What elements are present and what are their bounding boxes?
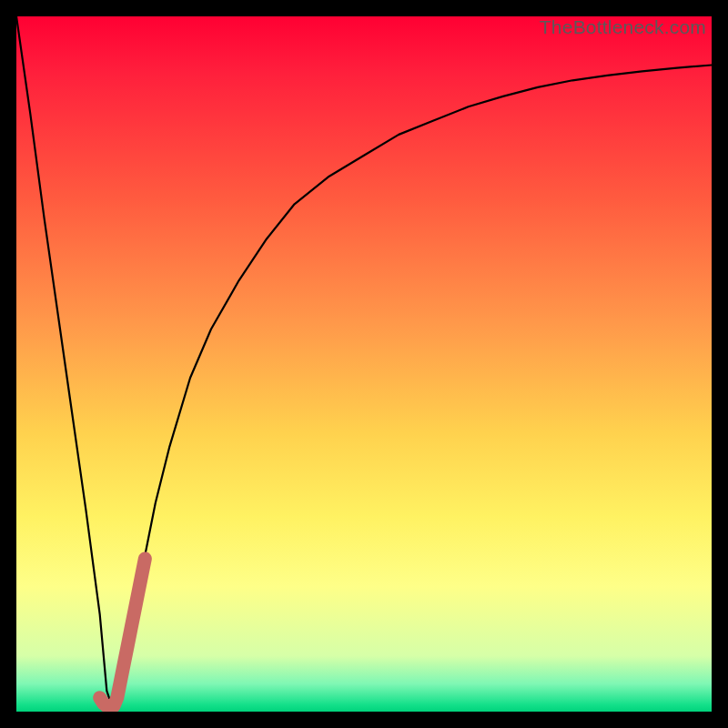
chart-frame: TheBottleneck.com — [0, 0, 728, 728]
plot-area: TheBottleneck.com — [16, 16, 712, 712]
bottleneck-curve — [16, 16, 712, 712]
curve-layer — [16, 16, 712, 712]
watermark-text: TheBottleneck.com — [540, 16, 706, 38]
